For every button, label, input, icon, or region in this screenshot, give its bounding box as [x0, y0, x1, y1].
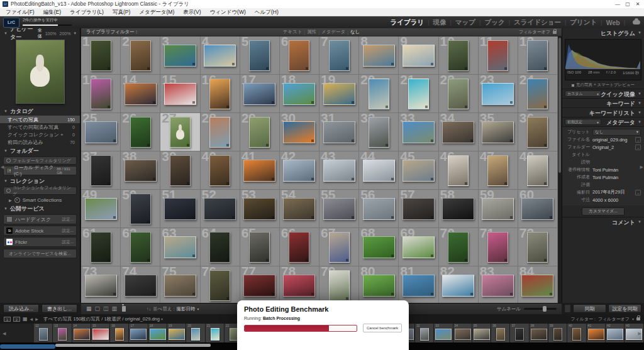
photo-thumbnail[interactable] [125, 275, 157, 297]
grid-shortcut-icon[interactable]: ▦ [23, 317, 28, 322]
collapsed-triangle-icon[interactable]: ▶ [9, 198, 12, 202]
metadata-customize-button[interactable]: カスタマイズ... [582, 207, 625, 216]
grid-cell[interactable]: 63 [160, 228, 200, 266]
photo-thumbnail[interactable] [289, 232, 309, 263]
photo-thumbnail[interactable] [323, 83, 355, 105]
photo-thumbnail[interactable] [482, 83, 514, 105]
catalog-item[interactable]: 前回の読み込み70 [0, 138, 80, 146]
filter-option[interactable]: なし [348, 29, 362, 35]
photo-thumbnail[interactable] [243, 275, 275, 297]
photo-thumbnail[interactable] [91, 232, 111, 263]
photo-thumbnail[interactable] [329, 40, 350, 71]
filmstrip-scroll-left-icon[interactable]: ◀ [3, 331, 6, 336]
filter-lock-icon[interactable] [553, 31, 557, 34]
grid-cell[interactable]: 47 [479, 151, 518, 190]
filmstrip-cell[interactable]: 34 [453, 324, 472, 342]
grid-cell[interactable]: 8 [359, 36, 399, 75]
grid-cell[interactable]: 64 [201, 228, 240, 266]
photo-thumbnail[interactable] [85, 198, 117, 220]
filmstrip-cell[interactable]: 12 [34, 324, 53, 342]
grid-cell[interactable]: 59 [479, 190, 518, 228]
keyword-list-header[interactable]: キーワードリスト ▼ [562, 107, 644, 117]
metadata-value[interactable]: 2017年8月29日 [592, 189, 633, 195]
filmstrip-filter-value[interactable]: フィルターオフ [598, 316, 630, 322]
photo-thumbnail[interactable] [482, 121, 514, 143]
grid-cell[interactable]: 31 [319, 113, 359, 151]
menu-item[interactable]: ヘルプ(H) [250, 8, 283, 16]
photo-thumbnail[interactable] [442, 275, 474, 297]
navigator-preview[interactable] [16, 40, 65, 104]
grid-cell[interactable]: 12 [518, 36, 558, 75]
menu-item[interactable]: ライブラリ(L) [65, 8, 108, 16]
grid-cell[interactable]: 42 [280, 151, 319, 190]
photo-thumbnail[interactable] [249, 40, 270, 71]
filmstrip-thumbnail[interactable] [130, 329, 147, 340]
filter-option[interactable]: テキスト [281, 29, 304, 35]
photo-thumbnail[interactable] [402, 45, 435, 67]
photo-thumbnail[interactable] [85, 275, 117, 297]
catalog-item[interactable]: クイックコレクション +0 [0, 131, 80, 138]
keywords-header[interactable]: キーワード ▼ [562, 98, 644, 107]
photo-thumbnail[interactable] [283, 275, 315, 297]
grid-cell[interactable]: 20 [359, 75, 399, 113]
photo-thumbnail[interactable] [283, 121, 315, 143]
filmstrip-thumbnail[interactable] [191, 328, 200, 341]
photo-thumbnail[interactable] [482, 198, 514, 220]
grid-cell[interactable]: 36 [518, 113, 558, 151]
publish-services-header[interactable]: ▼ 公開サービス [0, 204, 80, 213]
filmstrip-thumbnail[interactable] [420, 328, 429, 341]
photo-thumbnail[interactable] [402, 236, 435, 258]
filmstrip-cell[interactable]: 40 [567, 324, 586, 342]
grid-cell[interactable]: 34 [439, 113, 479, 151]
metadata-preset-dropdown[interactable]: 初期設定▾ [565, 119, 601, 125]
grid-cell[interactable]: 40 [201, 151, 240, 190]
filmstrip-cell[interactable]: 41 [587, 324, 606, 342]
filmstrip-thumbnail[interactable] [531, 329, 547, 340]
module-tab[interactable]: ライブラリ [389, 18, 425, 27]
saved-preset-dropdown[interactable]: カスタム▾ [565, 90, 601, 97]
filmstrip-cell[interactable]: 37 [510, 324, 529, 342]
grid-cell[interactable]: 48 [518, 151, 558, 190]
grid-cell[interactable]: 82 [439, 266, 479, 303]
photo-thumbnail[interactable] [289, 40, 309, 71]
grid-cell[interactable]: 77 [240, 266, 280, 303]
filmstrip-thumbnail[interactable] [435, 329, 452, 340]
catalog-item[interactable]: すべての同期済み写真0 [0, 123, 80, 131]
photo-thumbnail[interactable] [170, 155, 191, 186]
grid-cell[interactable]: 1 [81, 36, 121, 75]
grid-cell[interactable]: 57 [399, 190, 438, 228]
photo-thumbnail[interactable] [243, 83, 275, 105]
grid-cell[interactable]: 45 [399, 151, 438, 190]
photo-thumbnail[interactable] [448, 79, 469, 109]
filmstrip-scrollbar-thumb[interactable] [55, 344, 211, 347]
metadata-header[interactable]: 初期設定▾ メタデータ ▼ [562, 117, 644, 126]
go-to-icon[interactable]: → [635, 137, 641, 143]
secondary-monitor-icon[interactable]: 2 [13, 317, 20, 322]
thumbnail-slider-thumb[interactable] [543, 306, 547, 312]
photo-thumbnail[interactable] [323, 160, 355, 182]
filmstrip-cell[interactable]: 18 [148, 324, 167, 342]
sync-settings-button[interactable]: 設定を同期 [608, 304, 641, 313]
grid-cell[interactable]: 60 [518, 190, 558, 228]
photo-thumbnail[interactable] [85, 121, 117, 143]
photo-thumbnail[interactable] [448, 40, 469, 71]
filmstrip-cell[interactable]: 20 [186, 324, 205, 342]
go-back-icon[interactable]: ◀ [30, 317, 33, 321]
photo-thumbnail[interactable] [402, 198, 435, 220]
photo-thumbnail[interactable] [323, 198, 355, 220]
photo-thumbnail[interactable] [249, 117, 270, 148]
photo-thumbnail[interactable] [363, 45, 395, 67]
grid-cell[interactable]: 39 [160, 151, 200, 190]
photo-thumbnail[interactable] [482, 275, 514, 297]
grid-scrollbar-thumb[interactable] [558, 38, 561, 173]
filter-option[interactable]: メタデータ [319, 29, 347, 35]
grid-cell[interactable]: 37 [81, 151, 121, 190]
catalog-item[interactable]: すべての写真150 [0, 116, 80, 123]
photo-thumbnail[interactable] [527, 232, 548, 263]
photo-thumbnail[interactable] [487, 232, 508, 263]
menu-item[interactable]: ファイル(F) [1, 8, 39, 16]
filmstrip-source-path[interactable]: すべての写真 150枚の写真 / 1枚選択 / original_029.dng… [43, 316, 163, 322]
photo-thumbnail[interactable] [204, 198, 236, 220]
grid-cell[interactable]: 53 [240, 190, 280, 228]
left-panel-collapse-icon[interactable]: ◀ [1, 165, 4, 170]
